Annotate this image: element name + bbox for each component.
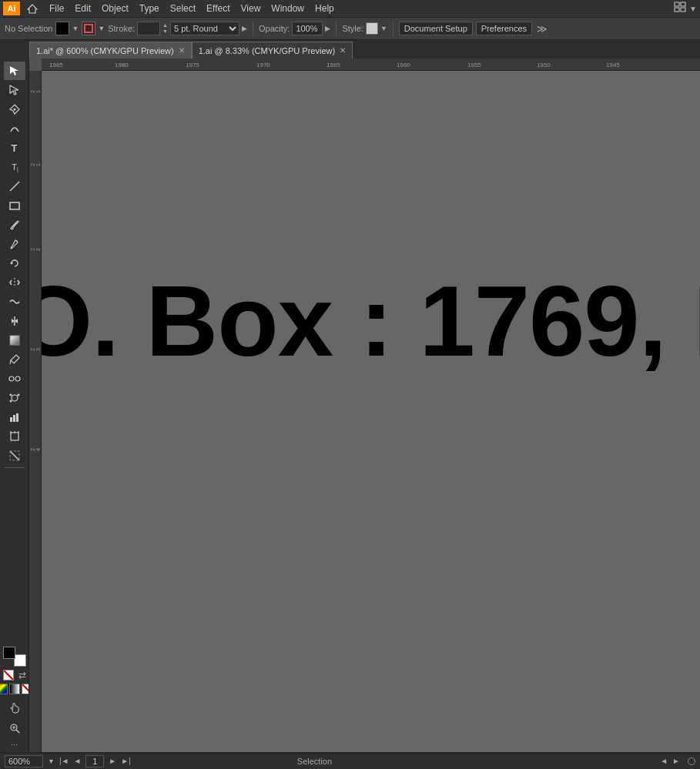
opacity-more-icon[interactable]: ▶ [325, 25, 330, 32]
width-tool[interactable] [4, 312, 25, 330]
svg-rect-1 [675, 2, 679, 6]
menu-window[interactable]: Window [266, 2, 309, 15]
tab-2-close[interactable]: ✕ [340, 46, 346, 55]
app-logo: Ai [3, 2, 20, 15]
zoom-input[interactable] [5, 755, 43, 767]
tab-bar: 1.ai* @ 600% (CMYK/GPU Preview) ✕ 1.ai @… [0, 40, 700, 59]
main-area: T T| [0, 59, 700, 752]
opacity-label: Opacity: [259, 24, 290, 33]
nav-prev-button[interactable]: ◄ [73, 757, 81, 765]
direct-selection-tool[interactable] [4, 81, 25, 99]
curvature-tool[interactable] [4, 119, 25, 138]
more-tools-button[interactable]: ··· [11, 741, 17, 749]
stroke-dropdown-icon[interactable]: ▼ [98, 25, 105, 32]
reflect-tool[interactable] [4, 273, 25, 292]
rotate-tool[interactable] [4, 254, 25, 272]
tab-2[interactable]: 1.ai @ 8.33% (CMYK/GPU Preview) ✕ [192, 42, 353, 59]
style-swatch[interactable] [366, 22, 378, 35]
zoom-dropdown-icon[interactable]: ▼ [48, 757, 55, 765]
touch-type-tool[interactable]: T| [4, 158, 25, 176]
gradient-mode-icon[interactable] [9, 684, 20, 694]
slice-tool[interactable] [4, 446, 25, 465]
type-tool[interactable]: T [4, 139, 25, 157]
status-bar: ▼ |◄ ◄ ► ►| Selection ◄ ► [0, 752, 700, 769]
eyedropper-tool[interactable] [4, 350, 25, 369]
nav-next-button[interactable]: ► [109, 757, 116, 765]
home-icon[interactable] [25, 2, 40, 15]
menu-edit[interactable]: Edit [70, 2, 95, 15]
svg-line-32 [16, 730, 19, 733]
svg-rect-4 [681, 8, 685, 12]
ruler-v-2: 2140 [30, 163, 42, 166]
gradient-tool[interactable] [4, 331, 25, 349]
menu-view[interactable]: View [236, 2, 266, 15]
menu-object[interactable]: Object [97, 2, 133, 15]
fill-dropdown-icon[interactable]: ▼ [72, 25, 79, 32]
tools-divider [5, 467, 25, 468]
svg-rect-22 [10, 417, 12, 422]
svg-line-15 [10, 360, 11, 364]
ruler-h-1970: 1970 [256, 62, 270, 69]
ruler-h-1950: 1950 [537, 62, 551, 69]
none-mode-icon[interactable] [22, 684, 30, 694]
fill-stroke-boxes[interactable] [3, 647, 26, 667]
ruler-h-1955: 1955 [467, 62, 481, 69]
fill-color-swatch[interactable] [55, 22, 69, 35]
page-number-input[interactable] [85, 755, 104, 767]
tab-1[interactable]: 1.ai* @ 600% (CMYK/GPU Preview) ✕ [29, 42, 192, 59]
rectangle-tool[interactable] [4, 196, 25, 215]
tab-1-close[interactable]: ✕ [179, 46, 185, 55]
svg-rect-14 [10, 336, 19, 345]
svg-marker-6 [10, 85, 18, 95]
svg-point-16 [9, 376, 14, 381]
artboard-tool[interactable] [4, 427, 25, 446]
menu-type[interactable]: Type [135, 2, 164, 15]
document-setup-button[interactable]: Document Setup [399, 22, 473, 35]
color-tools: ⇄ ··· [0, 647, 29, 752]
zoom-tool[interactable] [4, 719, 25, 737]
symbol-sprayer-tool[interactable] [4, 389, 25, 407]
graph-tool[interactable] [4, 408, 25, 426]
status-arrow-left[interactable]: ◄ [660, 757, 668, 765]
menu-select[interactable]: Select [166, 2, 200, 15]
menu-effect[interactable]: Effect [202, 2, 234, 15]
foreground-color-box[interactable] [3, 647, 15, 659]
top-ruler: 1985 1980 1975 1970 1965 1960 1955 1950 … [42, 59, 700, 71]
dropdown-arrow-icon[interactable]: ▼ [689, 5, 697, 13]
none-color-box[interactable] [3, 670, 14, 680]
svg-point-7 [13, 109, 15, 111]
preferences-button[interactable]: Preferences [476, 22, 532, 35]
background-color-box[interactable] [14, 654, 26, 667]
status-indicator [688, 757, 695, 765]
status-arrow-right[interactable]: ► [672, 757, 680, 765]
toolbar-extra-icon[interactable]: ≫ [537, 23, 548, 35]
svg-rect-23 [13, 415, 15, 422]
stroke-weight-input[interactable] [137, 22, 160, 35]
opacity-input[interactable] [292, 22, 323, 35]
stroke-color-swatch[interactable] [82, 22, 95, 35]
svg-rect-24 [16, 413, 18, 422]
stroke-spinners[interactable]: ▲ ▼ [162, 22, 168, 35]
svg-rect-2 [681, 2, 685, 6]
hand-tool[interactable] [4, 699, 25, 717]
color-mode-icon[interactable] [0, 684, 8, 694]
nav-last-button[interactable]: ►| [121, 757, 131, 765]
pencil-tool[interactable] [4, 235, 25, 253]
stroke-style-more-icon[interactable]: ▶ [242, 25, 247, 32]
menu-help[interactable]: Help [310, 2, 339, 15]
nav-first-button[interactable]: |◄ [59, 757, 69, 765]
line-tool[interactable] [4, 177, 25, 196]
selection-tool[interactable] [4, 62, 25, 80]
warp-tool[interactable] [4, 293, 25, 311]
swap-colors-icon[interactable]: ⇄ [18, 670, 26, 680]
paintbrush-tool[interactable] [4, 216, 25, 234]
stroke-style-select[interactable]: 5 pt. Round [170, 22, 239, 35]
pen-tool[interactable] [4, 100, 25, 119]
style-label: Style: [342, 24, 363, 33]
ruler-v-3: 2235 [30, 248, 42, 251]
style-dropdown-icon[interactable]: ▼ [380, 25, 387, 32]
menu-file[interactable]: File [45, 2, 69, 15]
blend-tool[interactable] [4, 369, 25, 388]
layout-icon[interactable] [674, 2, 686, 15]
svg-marker-11 [10, 262, 13, 265]
